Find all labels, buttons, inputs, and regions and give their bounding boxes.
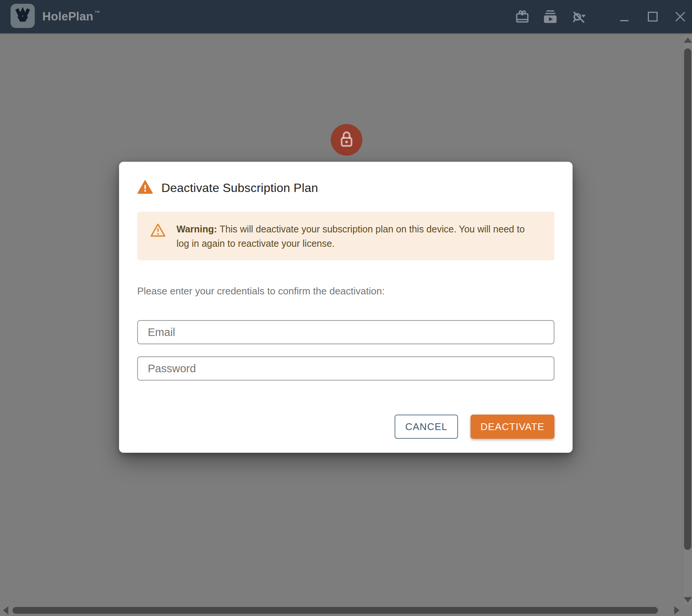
logo-mark-icon: [12, 4, 34, 28]
app-logo: [11, 4, 35, 28]
lock-icon: [339, 130, 355, 149]
h-scroll-thumb[interactable]: [12, 607, 658, 614]
dialog-button-row: CANCEL DEACTIVATE: [137, 415, 554, 439]
horizontal-scrollbar: [0, 605, 683, 616]
app-title: HolePlan™: [42, 0, 100, 33]
cancel-button[interactable]: CANCEL: [395, 415, 458, 439]
dialog-title-row: Deactivate Subscription Plan: [137, 178, 554, 197]
maximize-button[interactable]: [642, 0, 663, 33]
email-input[interactable]: [137, 320, 554, 344]
close-button[interactable]: [670, 0, 691, 33]
warning-text: Warning: This will deactivate your subsc…: [176, 222, 537, 251]
v-scroll-up-arrow[interactable]: [684, 37, 692, 43]
trademark: ™: [94, 9, 100, 16]
warning-outline-icon: [150, 223, 166, 239]
app-window: HolePlan™: [0, 0, 692, 616]
dialog-title: Deactivate Subscription Plan: [161, 181, 318, 195]
maximize-icon: [647, 11, 658, 22]
minimize-icon: [619, 11, 630, 22]
instruction-text: Please enter your credentials to confirm…: [137, 285, 554, 297]
close-icon: [675, 11, 686, 22]
warning-bold-label: Warning:: [176, 224, 217, 234]
h-scroll-right-arrow[interactable]: [674, 606, 680, 614]
vertical-scrollbar: [683, 34, 692, 605]
warning-banner: Warning: This will deactivate your subsc…: [137, 212, 554, 260]
v-scroll-down-arrow[interactable]: [684, 597, 692, 602]
minimize-button[interactable]: [614, 0, 635, 33]
app-title-text: HolePlan: [42, 10, 93, 23]
pen-off-icon[interactable]: [568, 0, 589, 33]
deactivate-dialog: Deactivate Subscription Plan Warning: Th…: [119, 162, 573, 453]
v-scroll-thumb[interactable]: [684, 48, 691, 550]
lock-badge: [331, 124, 362, 156]
deactivate-button[interactable]: DEACTIVATE: [471, 415, 554, 439]
warning-body-text: This will deactivate your subscription p…: [176, 224, 525, 249]
h-scroll-left-arrow[interactable]: [3, 606, 8, 614]
titlebar: HolePlan™: [0, 0, 692, 33]
password-input[interactable]: [137, 356, 554, 381]
subscriptions-icon[interactable]: [540, 0, 561, 33]
warning-triangle-icon: [137, 180, 153, 196]
gift-icon[interactable]: [512, 0, 533, 33]
